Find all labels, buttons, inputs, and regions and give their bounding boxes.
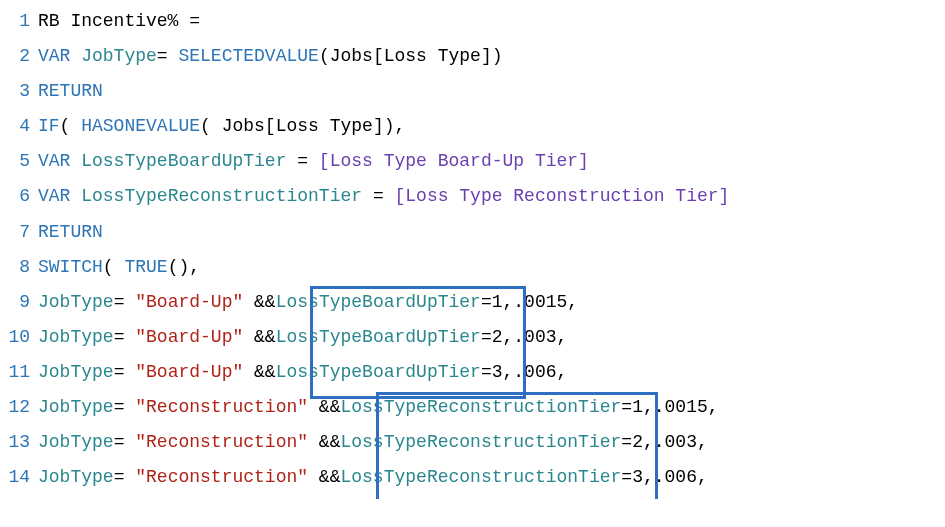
code-line: 10JobType= "Board-Up" &&LossTypeBoardUpT…	[6, 320, 939, 355]
code-token: VAR	[38, 151, 81, 171]
code-token: RETURN	[38, 81, 103, 101]
line-number: 5	[6, 144, 30, 179]
code-token: =	[362, 186, 394, 206]
code-token: JobType	[38, 327, 114, 347]
code-token: HASONEVALUE	[81, 116, 200, 136]
code-token: =	[114, 397, 136, 417]
code-token: &&	[308, 467, 340, 487]
code-line: 4IF( HASONEVALUE( Jobs[Loss Type]),	[6, 109, 939, 144]
code-line: 8SWITCH( TRUE(),	[6, 250, 939, 285]
code-token: "Board-Up"	[135, 327, 243, 347]
code-token: JobType	[38, 467, 114, 487]
code-line: 9JobType= "Board-Up" &&LossTypeBoardUpTi…	[6, 285, 939, 320]
code-token: SELECTEDVALUE	[178, 46, 318, 66]
code-line: 13JobType= "Reconstruction" &&LossTypeRe…	[6, 425, 939, 460]
line-number: 14	[6, 460, 30, 495]
code-token: RB Incentive% =	[38, 11, 200, 31]
code-token: =	[114, 327, 136, 347]
line-number: 10	[6, 320, 30, 355]
code-token: =	[286, 151, 318, 171]
code-line: 5VAR LossTypeBoardUpTier = [Loss Type Bo…	[6, 144, 939, 179]
code-token: LossTypeBoardUpTier	[81, 151, 286, 171]
code-token: JobType	[81, 46, 157, 66]
code-token: LossTypeBoardUpTier	[276, 327, 481, 347]
code-token: RETURN	[38, 222, 103, 242]
code-token: =	[157, 46, 179, 66]
code-token: &&	[243, 327, 275, 347]
code-token: =2,.003,	[621, 432, 707, 452]
code-token: (Jobs[Loss Type])	[319, 46, 503, 66]
code-token: =	[114, 467, 136, 487]
code-token: "Reconstruction"	[135, 467, 308, 487]
line-number: 1	[6, 4, 30, 39]
code-token: (	[103, 257, 125, 277]
code-token: JobType	[38, 362, 114, 382]
code-line: 11JobType= "Board-Up" &&LossTypeBoardUpT…	[6, 355, 939, 390]
code-token: IF	[38, 116, 60, 136]
code-token: LossTypeReconstructionTier	[340, 432, 621, 452]
line-number: 8	[6, 250, 30, 285]
code-line: 1RB Incentive% =	[6, 4, 939, 39]
line-number: 12	[6, 390, 30, 425]
code-token: &&	[243, 362, 275, 382]
line-number: 11	[6, 355, 30, 390]
line-number: 7	[6, 215, 30, 250]
code-token: JobType	[38, 292, 114, 312]
code-line: 2VAR JobType= SELECTEDVALUE(Jobs[Loss Ty…	[6, 39, 939, 74]
code-token: =	[114, 432, 136, 452]
code-token: =1,.0015,	[621, 397, 718, 417]
code-token: LossTypeBoardUpTier	[276, 362, 481, 382]
code-line: 14JobType= "Reconstruction" &&LossTypeRe…	[6, 460, 939, 495]
code-line: 12JobType= "Reconstruction" &&LossTypeRe…	[6, 390, 939, 425]
code-token: SWITCH	[38, 257, 103, 277]
code-token: LossTypeReconstructionTier	[340, 467, 621, 487]
code-token: =2,.003,	[481, 327, 567, 347]
code-token: "Board-Up"	[135, 292, 243, 312]
code-token: JobType	[38, 432, 114, 452]
code-line: 7RETURN	[6, 215, 939, 250]
code-token: [Loss Type Board-Up Tier]	[319, 151, 589, 171]
code-token: TRUE	[124, 257, 167, 277]
code-token: [Loss Type Reconstruction Tier]	[394, 186, 729, 206]
code-line: 6VAR LossTypeReconstructionTier = [Loss …	[6, 179, 939, 214]
line-number: 2	[6, 39, 30, 74]
code-token: =3,.006,	[621, 467, 707, 487]
code-token: "Board-Up"	[135, 362, 243, 382]
code-token: &&	[308, 432, 340, 452]
code-token: ( Jobs[Loss Type]),	[200, 116, 405, 136]
line-number: 13	[6, 425, 30, 460]
line-number: 4	[6, 109, 30, 144]
code-token: (),	[168, 257, 200, 277]
code-token: &&	[243, 292, 275, 312]
code-token: VAR	[38, 46, 81, 66]
line-number: 9	[6, 285, 30, 320]
code-token: LossTypeReconstructionTier	[340, 397, 621, 417]
code-token: LossTypeBoardUpTier	[276, 292, 481, 312]
code-token: "Reconstruction"	[135, 397, 308, 417]
code-token: =1,.0015,	[481, 292, 578, 312]
code-token: =	[114, 292, 136, 312]
code-token: (	[60, 116, 82, 136]
line-number: 6	[6, 179, 30, 214]
code-token: =3,.006,	[481, 362, 567, 382]
code-token: "Reconstruction"	[135, 432, 308, 452]
code-line: 3RETURN	[6, 74, 939, 109]
line-number: 3	[6, 74, 30, 109]
code-token: VAR	[38, 186, 81, 206]
code-token: JobType	[38, 397, 114, 417]
code-editor[interactable]: 1RB Incentive% =2VAR JobType= SELECTEDVA…	[6, 4, 939, 495]
code-token: =	[114, 362, 136, 382]
code-token: &&	[308, 397, 340, 417]
code-token: LossTypeReconstructionTier	[81, 186, 362, 206]
